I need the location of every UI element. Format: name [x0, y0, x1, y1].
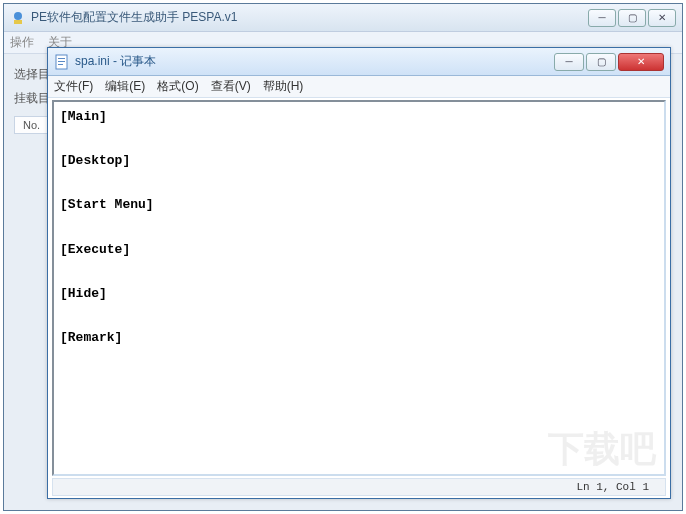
notepad-title: spa.ini - 记事本: [75, 53, 554, 70]
text-editor[interactable]: [Main] [Desktop] [Start Menu] [Execute] …: [54, 102, 664, 474]
close-button[interactable]: ✕: [618, 53, 664, 71]
pespa-window-controls: ─ ▢ ✕: [588, 9, 676, 27]
svg-rect-4: [58, 61, 65, 62]
menu-help[interactable]: 帮助(H): [263, 78, 304, 95]
notepad-menubar: 文件(F) 编辑(E) 格式(O) 查看(V) 帮助(H): [48, 76, 670, 98]
notepad-window-controls: ─ ▢ ✕: [554, 53, 664, 71]
notepad-icon: [54, 54, 70, 70]
app-icon: [10, 10, 26, 26]
maximize-button[interactable]: ▢: [618, 9, 646, 27]
notepad-titlebar: spa.ini - 记事本 ─ ▢ ✕: [48, 48, 670, 76]
cursor-position: Ln 1, Col 1: [568, 481, 657, 493]
pespa-title: PE软件包配置文件生成助手 PESPA.v1: [31, 9, 588, 26]
pespa-titlebar: PE软件包配置文件生成助手 PESPA.v1 ─ ▢ ✕: [4, 4, 682, 32]
menu-view[interactable]: 查看(V): [211, 78, 251, 95]
menu-edit[interactable]: 编辑(E): [105, 78, 145, 95]
menu-format[interactable]: 格式(O): [157, 78, 198, 95]
minimize-button[interactable]: ─: [554, 53, 584, 71]
statusbar: Ln 1, Col 1: [52, 478, 666, 496]
svg-point-0: [14, 12, 22, 20]
menu-operation[interactable]: 操作: [10, 34, 34, 51]
column-header-no: No.: [14, 116, 49, 134]
editor-container: [Main] [Desktop] [Start Menu] [Execute] …: [52, 100, 666, 476]
svg-rect-1: [14, 20, 22, 24]
notepad-window: spa.ini - 记事本 ─ ▢ ✕ 文件(F) 编辑(E) 格式(O) 查看…: [47, 47, 671, 499]
maximize-button[interactable]: ▢: [586, 53, 616, 71]
close-button[interactable]: ✕: [648, 9, 676, 27]
minimize-button[interactable]: ─: [588, 9, 616, 27]
svg-rect-5: [58, 64, 63, 65]
menu-file[interactable]: 文件(F): [54, 78, 93, 95]
svg-rect-3: [58, 58, 65, 59]
